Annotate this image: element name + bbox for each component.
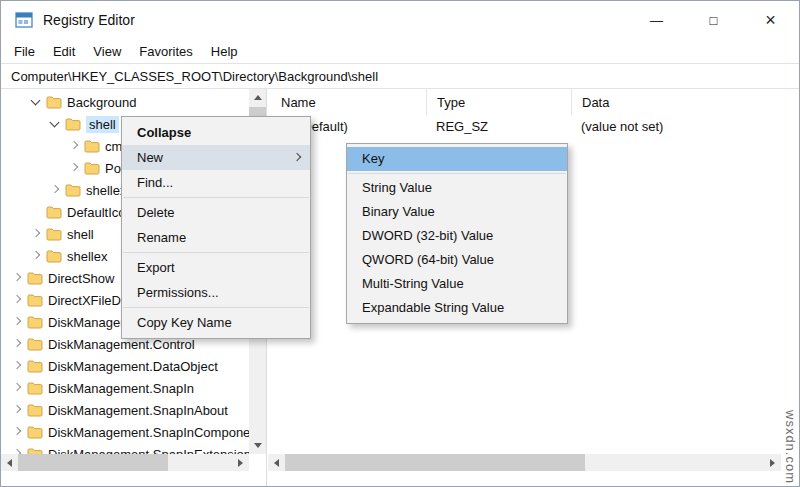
tree-item[interactable]: DiskManagement.SnapIn (1, 377, 249, 399)
chevron-right-icon[interactable] (9, 292, 25, 308)
scroll-up-button[interactable] (249, 89, 266, 106)
menu-item-label: Permissions... (137, 285, 219, 300)
menu-item-key[interactable]: Key (347, 147, 567, 171)
down-arrow-icon (254, 443, 262, 448)
menu-item-multi-string-value[interactable]: Multi-String Value (347, 272, 567, 296)
menu-item-expandable-string-value[interactable]: Expandable String Value (347, 296, 567, 320)
folder-icon (27, 271, 43, 285)
chevron-right-icon[interactable] (47, 182, 63, 198)
menu-favorites[interactable]: Favorites (130, 41, 201, 62)
chevron-right-icon[interactable] (9, 314, 25, 330)
menu-file[interactable]: File (5, 41, 44, 62)
tree-item[interactable]: DiskManagement.DataObject (1, 355, 249, 377)
menu-item-string-value[interactable]: String Value (347, 176, 567, 200)
menu-item-label: New (137, 150, 163, 165)
menu-item-label: Multi-String Value (362, 276, 464, 291)
menu-item-binary-value[interactable]: Binary Value (347, 200, 567, 224)
folder-icon (65, 183, 81, 197)
menu-item-qword-64-bit-value[interactable]: QWORD (64-bit) Value (347, 248, 567, 272)
chevron-right-icon[interactable] (9, 270, 25, 286)
tree-item-label: shell (86, 116, 119, 133)
horizontal-scroll-thumb[interactable] (285, 454, 585, 471)
column-header-type[interactable]: Type (426, 89, 571, 115)
address-bar[interactable]: Computer\HKEY_CLASSES_ROOT\Directory\Bac… (1, 63, 799, 89)
new-submenu: KeyString ValueBinary ValueDWORD (32-bit… (346, 143, 568, 324)
value-data: (value not set) (571, 119, 799, 134)
right-arrow-icon (238, 459, 243, 467)
chevron-right-icon[interactable] (9, 402, 25, 418)
folder-icon (46, 95, 62, 109)
menu-item-label: DWORD (32-bit) Value (362, 228, 493, 243)
folder-icon (27, 315, 43, 329)
chevron-right-icon[interactable] (9, 424, 25, 440)
menu-item-copy-key-name[interactable]: Copy Key Name (122, 310, 310, 335)
folder-icon (27, 425, 43, 439)
tree-item-label: Background (67, 95, 136, 110)
close-button[interactable]: × (742, 1, 799, 39)
folder-icon (46, 227, 62, 241)
menu-help[interactable]: Help (202, 41, 247, 62)
menu-item-label: Binary Value (362, 204, 435, 219)
folder-icon (84, 139, 100, 153)
menu-item-label: String Value (362, 180, 432, 195)
column-header-name[interactable]: Name (268, 89, 426, 115)
menu-item-export[interactable]: Export (122, 255, 310, 280)
watermark: wsxdn.com (783, 410, 798, 484)
scroll-down-button[interactable] (249, 437, 266, 454)
left-arrow-icon (7, 459, 12, 467)
scroll-right-button[interactable] (232, 454, 249, 471)
tree-item-label: shellex (67, 249, 107, 264)
chevron-right-icon[interactable] (9, 358, 25, 374)
left-arrow-icon (274, 459, 279, 467)
value-row[interactable]: (Default) REG_SZ (value not set) (268, 115, 799, 137)
menu-item-label: Key (362, 151, 384, 166)
chevron-right-icon[interactable] (9, 336, 25, 352)
tree-item[interactable]: DiskManagement.SnapInExtension (1, 443, 249, 454)
chevron-spacer (28, 204, 44, 220)
tree-item[interactable]: DiskManagement.SnapInComponent (1, 421, 249, 443)
column-header-data[interactable]: Data (571, 89, 799, 115)
chevron-right-icon[interactable] (9, 446, 25, 454)
folder-icon (27, 403, 43, 417)
chevron-right-icon[interactable] (9, 380, 25, 396)
menu-item-find[interactable]: Find... (122, 170, 310, 195)
menu-separator (123, 197, 309, 198)
up-arrow-icon (254, 95, 262, 100)
menu-separator (123, 252, 309, 253)
scroll-left-button[interactable] (1, 454, 18, 471)
menu-item-label: Expandable String Value (362, 300, 504, 315)
chevron-down-icon[interactable] (28, 94, 44, 110)
menu-item-delete[interactable]: Delete (122, 200, 310, 225)
menu-item-rename[interactable]: Rename (122, 225, 310, 250)
tree-item-label: DiskManagement.SnapInAbout (48, 403, 228, 418)
horizontal-scroll-thumb[interactable] (18, 454, 168, 471)
menu-item-label: Export (137, 260, 175, 275)
tree-item[interactable]: Background (1, 91, 249, 113)
menu-edit[interactable]: Edit (44, 41, 84, 62)
minimize-button[interactable]: — (628, 1, 685, 39)
maximize-button[interactable]: □ (685, 1, 742, 39)
menu-view[interactable]: View (84, 41, 130, 62)
folder-icon (84, 161, 100, 175)
window-controls: — □ × (628, 1, 799, 39)
list-horizontal-scrollbar[interactable] (268, 454, 781, 471)
chevron-right-icon[interactable] (28, 226, 44, 242)
chevron-right-icon[interactable] (66, 138, 82, 154)
tree-item[interactable]: DiskManagement.SnapInAbout (1, 399, 249, 421)
folder-icon (27, 359, 43, 373)
chevron-right-icon[interactable] (66, 160, 82, 176)
chevron-right-icon[interactable] (28, 248, 44, 264)
menu-item-label: Copy Key Name (137, 315, 232, 330)
scroll-right-button[interactable] (764, 454, 781, 471)
value-type: REG_SZ (426, 119, 571, 134)
menu-item-collapse[interactable]: Collapse (122, 120, 310, 145)
tree-item-label: DirectShow (48, 271, 114, 286)
menu-separator (123, 307, 309, 308)
tree-horizontal-scrollbar[interactable] (1, 454, 249, 471)
menu-item-permissions[interactable]: Permissions... (122, 280, 310, 305)
menu-item-dword-32-bit-value[interactable]: DWORD (32-bit) Value (347, 224, 567, 248)
menu-item-new[interactable]: New (122, 145, 310, 170)
chevron-down-icon[interactable] (47, 116, 63, 132)
scroll-left-button[interactable] (268, 454, 285, 471)
tree-item-label: DiskManagement.DataObject (48, 359, 218, 374)
